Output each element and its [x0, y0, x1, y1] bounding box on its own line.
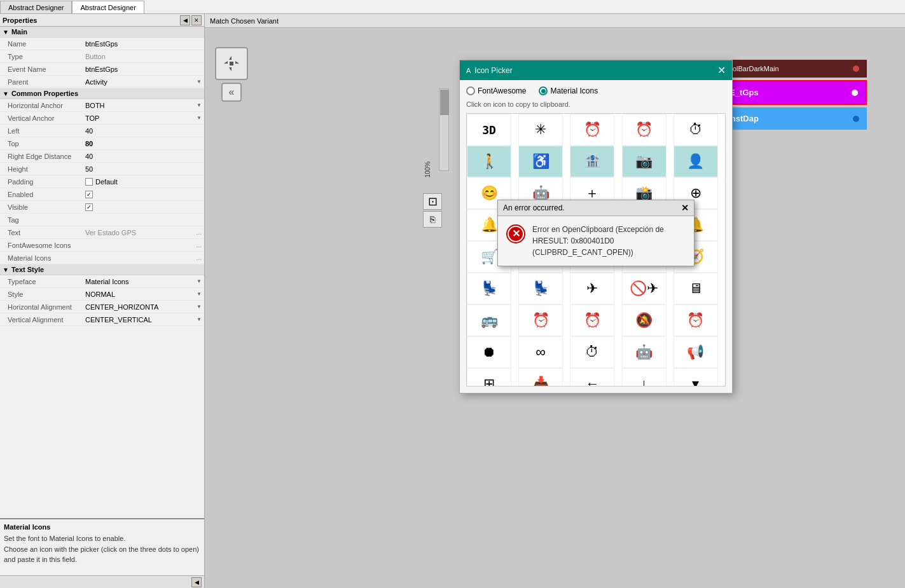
designer-area: Match Chosen Variant « [205, 14, 905, 588]
prop-vert-align: Vertical Alignment CENTER_VERTICAL ▼ [0, 313, 204, 326]
section-common[interactable]: ▼ Common Properties [0, 88, 204, 99]
prop-type: Type Button [0, 50, 204, 63]
error-dialog-container: An error occurred. ✕ ✕ [497, 200, 694, 266]
prop-horizontal-anchor: Horizontal Anchor BOTH ▼ [0, 99, 204, 112]
fontawesome-picker-btn[interactable]: ... [197, 242, 202, 249]
padding-checkbox[interactable] [85, 178, 93, 186]
panel-pin-btn[interactable]: ◀ [180, 15, 190, 25]
icon-cell-walk[interactable]: 🚶 [467, 146, 511, 177]
material-icons-picker-btn[interactable]: ... [197, 254, 202, 261]
section-main[interactable]: ▼ Main [0, 27, 204, 38]
icon-cell-back[interactable]: ← [570, 368, 614, 386]
icon-cell-down[interactable]: ↓ [622, 368, 667, 386]
btn-blue-dot [853, 116, 859, 122]
icon-cell-accessible[interactable]: ♿ [518, 146, 563, 177]
nav-back-btn[interactable]: « [221, 83, 242, 102]
tab-abstract-designer[interactable]: Abstract Designer [72, 1, 144, 13]
icon-cell-alarm-off[interactable]: 🔕 [622, 304, 667, 336]
error-dialog: An error occurred. ✕ ✕ [497, 200, 694, 266]
prop-padding: Padding Default [0, 175, 204, 188]
radio-fontawesome-circle [466, 86, 475, 95]
prop-name: Name btnEstGps [0, 38, 204, 50]
icon-cell-asterisk[interactable]: ✳ [518, 114, 563, 146]
text-picker-btn[interactable]: ... [197, 229, 202, 236]
svg-marker-1 [229, 67, 231, 71]
icon-cell-dropdown[interactable]: ▾ [674, 368, 718, 386]
canvas-scrollbar-v[interactable] [439, 88, 449, 171]
prop-text: Text Ver Estado GPS ... [0, 226, 204, 239]
zoom-label: 100% [424, 161, 431, 178]
radio-material-circle [539, 86, 548, 95]
icon-cell-seat[interactable]: 💺 [467, 273, 511, 304]
btn-pink-dot [852, 90, 858, 96]
icon-cell-plane[interactable]: ✈ [570, 273, 614, 304]
icon-cell-alarm2[interactable]: ⏰ [622, 114, 667, 146]
icon-picker-dialog: A Icon Picker ✕ FontAwesome [459, 60, 733, 393]
icon-cell-android2[interactable]: 🤖 [622, 336, 667, 368]
prop-height: Height 50 [0, 163, 204, 175]
dialog-close-btn[interactable]: ✕ [717, 64, 726, 76]
panel-resize-btn[interactable]: ◀ [191, 577, 202, 587]
icon-cell-bus[interactable]: 🚌 [467, 304, 511, 336]
svg-rect-4 [230, 62, 233, 65]
icon-cell-alarm-ok[interactable]: ⏰ [674, 304, 718, 336]
dialog-title-text: Icon Picker [474, 66, 512, 75]
icon-cell-record[interactable]: ⏺ [467, 336, 511, 368]
prop-right-edge: Right Edge Distance 40 [0, 150, 204, 163]
radio-material-dot [541, 89, 546, 93]
error-close-btn[interactable]: ✕ [681, 203, 689, 213]
icon-cell-no-plane[interactable]: 🚫✈ [622, 273, 667, 304]
section-text-style[interactable]: ▼ Text Style [0, 264, 204, 275]
prop-horiz-align: Horizontal Alignment CENTER_HORIZONTA ▼ [0, 301, 204, 313]
panel-close-btn[interactable]: ✕ [191, 15, 202, 25]
nav-cross-btn[interactable] [215, 47, 248, 80]
zoom-fit-btn[interactable]: ⊡ [423, 193, 442, 210]
parent-dropdown-arrow: ▼ [197, 79, 202, 85]
panel-title: Properties [3, 17, 37, 24]
prop-fontawesome: FontAwesome Icons ... [0, 239, 204, 252]
icon-cell-download[interactable]: 📥 [518, 368, 563, 386]
zoom-controls: ⊡ ⎘ [423, 193, 442, 228]
dialog-title: A Icon Picker [466, 66, 513, 75]
icon-cell-3d[interactable]: 3D [467, 114, 511, 146]
icon-cell-alarm3[interactable]: ⏰ [518, 304, 563, 336]
icon-cell-alarm-add[interactable]: ⏰ [570, 304, 614, 336]
radio-fontawesome[interactable]: FontAwesome [466, 86, 526, 95]
prop-typeface: Typeface Material Icons ▼ [0, 275, 204, 288]
icon-cell-monitor[interactable]: 🖥 [674, 273, 718, 304]
visible-checkbox[interactable] [85, 203, 93, 211]
icon-cell-timer[interactable]: ⏱ [570, 336, 614, 368]
prop-parent: Parent Activity ▼ [0, 76, 204, 88]
prop-material-icons-field: Material Icons ... [0, 252, 204, 264]
help-section: Material Icons Set the font to Material … [0, 518, 204, 575]
icon-cell-announce[interactable]: 📢 [674, 336, 718, 368]
radio-group: FontAwesome Material Icons [466, 86, 726, 95]
icon-cell-camera-box[interactable]: 📷 [622, 146, 667, 177]
tab-properties[interactable]: Abstract Designer [0, 1, 72, 13]
designer-canvas: « 100% ⊡ ⎘ ACToolBarDarkMain [205, 28, 905, 588]
scrollbar-thumb [440, 90, 449, 115]
prop-left: Left 40 [0, 125, 204, 137]
props-content: ▼ Main Name btnEstGps Type Button Event … [0, 27, 204, 518]
icon-cell-bank[interactable]: 🏦 [570, 146, 614, 177]
icon-cell-infinity[interactable]: ∞ [518, 336, 563, 368]
prop-event-name: Event Name btnEstGps [0, 63, 204, 76]
icon-cell-seat2[interactable]: 💺 [518, 273, 563, 304]
help-title: Material Icons [4, 523, 200, 531]
icon-cell-grid[interactable]: ⊞ [467, 368, 511, 386]
properties-panel: Properties ◀ ✕ ▼ Main Name btnEstGps Typ… [0, 14, 205, 588]
zoom-copy-btn[interactable]: ⎘ [423, 211, 442, 228]
icon-cell-clock[interactable]: ⏱ [674, 114, 718, 146]
enabled-checkbox[interactable] [85, 191, 93, 198]
icon-cell-alarm1[interactable]: ⏰ [570, 114, 614, 146]
icon-cell-person[interactable]: 👤 [674, 146, 718, 177]
designer-header-text: Match Chosen Variant [210, 17, 279, 25]
dialog-hint: Click on icon to copy to clipboard. [466, 100, 726, 108]
svg-marker-2 [224, 61, 228, 64]
panel-footer: ◀ [0, 575, 204, 588]
help-text: Set the font to Material Icons to enable… [4, 533, 200, 565]
canvas-nav: « [215, 47, 248, 102]
radio-material[interactable]: Material Icons [539, 86, 598, 95]
designer-header: Match Chosen Variant [205, 14, 905, 28]
panel-header: Properties ◀ ✕ [0, 14, 204, 27]
